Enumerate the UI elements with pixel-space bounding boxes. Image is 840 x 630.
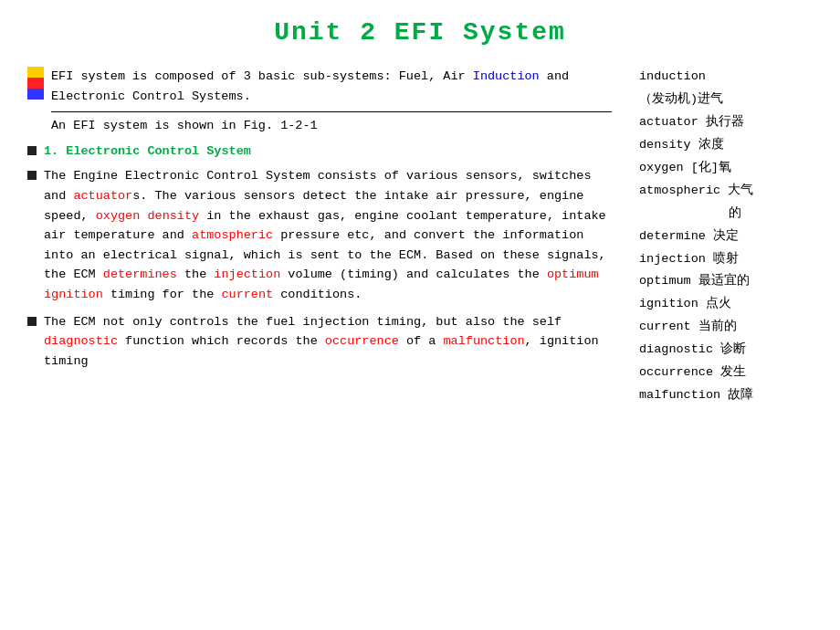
content-area: EFI system is composed of 3 basic sub-sy… xyxy=(27,67,813,408)
sidebar-entry-ignition: ignition 点火 xyxy=(639,294,813,315)
sidebar-entry-atmospheric: atmospheric 大气 xyxy=(639,181,813,202)
bullet-text-2: An EFI system is shown in Fig. 1-2-1 xyxy=(51,116,612,136)
sidebar-entry-actuator: actuator 执行器 xyxy=(639,112,813,133)
color-block xyxy=(27,67,44,100)
sidebar-entry-density: density 浓度 xyxy=(639,135,813,156)
sidebar-entry-current: current 当前的 xyxy=(639,317,813,338)
injection-word: injection xyxy=(214,268,280,281)
title-bar: Unit 2 EFI System xyxy=(27,18,813,47)
red-square xyxy=(27,78,44,89)
sidebar-entry-diagnostic: diagnostic 诊断 xyxy=(639,340,813,361)
main-content: EFI system is composed of 3 basic sub-sy… xyxy=(27,67,630,408)
bullet-item-5: The ECM not only controls the fuel injec… xyxy=(27,312,612,372)
yellow-square xyxy=(27,67,44,78)
sidebar-entry-induction-cn: （发动机)进气 xyxy=(639,89,813,110)
oxygen-density-word: oxygen density xyxy=(96,209,199,223)
divider-area: An EFI system is shown in Fig. 1-2-1 xyxy=(51,111,612,136)
square-bullet-5 xyxy=(27,317,37,326)
bullet-item-4: The Engine Electronic Control System con… xyxy=(27,166,612,304)
bullet-item-1: EFI system is composed of 3 basic sub-sy… xyxy=(27,67,612,106)
sidebar: induction （发动机)进气 actuator 执行器 density 浓… xyxy=(630,67,813,408)
atmospheric-word: atmospheric xyxy=(192,228,273,242)
bullet-icon-5 xyxy=(27,314,37,331)
blue-square xyxy=(27,89,44,100)
sidebar-entry-injection: injection 喷射 xyxy=(639,249,813,270)
sidebar-entry-determine: determine 决定 xyxy=(639,226,813,247)
bullet-icon-3 xyxy=(27,143,37,160)
determines-word: determines xyxy=(103,268,177,281)
sidebar-entry-occurrence: occurrence 发生 xyxy=(639,362,813,383)
sidebar-entry-oxygen: oxygen [化]氧 xyxy=(639,158,813,179)
bullet-text-4: The Engine Electronic Control System con… xyxy=(44,166,612,304)
induction-word: Induction xyxy=(473,69,540,83)
bullet-text-5: The ECM not only controls the fuel injec… xyxy=(44,312,612,372)
page-title: Unit 2 EFI System xyxy=(274,18,566,47)
heading-text: 1. Electronic Control System xyxy=(44,142,251,162)
square-bullet-4 xyxy=(27,171,37,180)
bullet-text-1: EFI system is composed of 3 basic sub-sy… xyxy=(51,67,612,106)
occurrence-word: occurrence xyxy=(325,334,399,348)
square-bullet-3 xyxy=(27,146,37,155)
current-word: current xyxy=(221,288,273,301)
sidebar-entry-malfunction: malfunction 故障 xyxy=(639,385,813,406)
bullet-icon-4 xyxy=(27,168,37,184)
page-container: Unit 2 EFI System EFI system is composed… xyxy=(0,0,840,630)
sidebar-entry-induction: induction xyxy=(639,67,813,88)
malfunction-word: malfunction xyxy=(443,334,524,348)
actuator-word: actuator xyxy=(73,189,132,203)
sidebar-entry-optimum: optimum 最适宜的 xyxy=(639,271,813,292)
diagnostic-word: diagnostic xyxy=(44,334,118,348)
bullet-item-3: 1. Electronic Control System xyxy=(27,142,612,162)
sidebar-entry-de: 的 xyxy=(639,204,813,225)
divider-line xyxy=(51,111,612,112)
